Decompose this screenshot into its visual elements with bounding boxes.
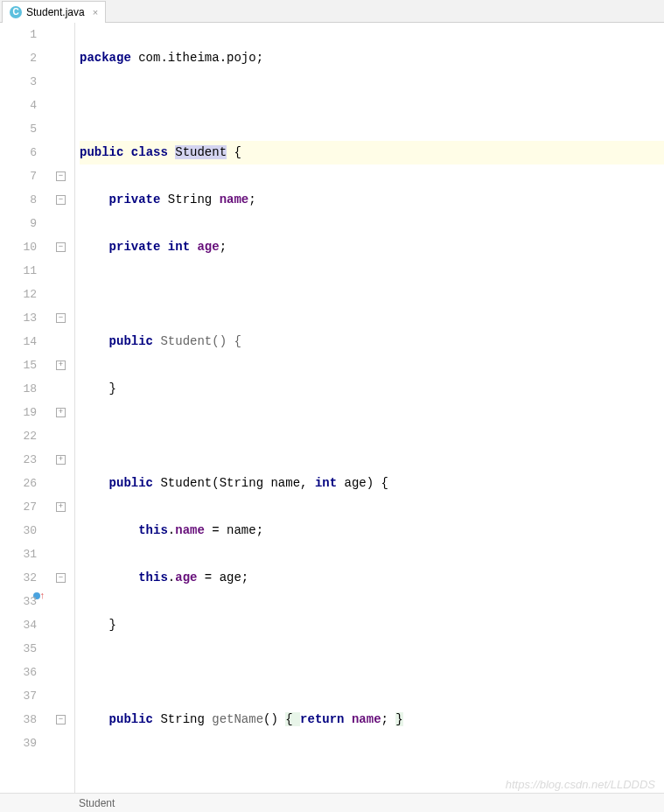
tab-bar: C Student.java × [0,0,664,23]
fold-toggle-icon[interactable]: + [56,455,66,465]
tab-filename: Student.java [26,6,85,18]
fold-toggle-icon[interactable]: − [56,715,66,724]
fold-toggle-icon[interactable]: − [56,313,66,323]
editor-area: 1 2 3 4 5 6 7 8 9 10 11 12 13 14 15 18 1… [0,23,664,793]
line-number-gutter: 1 2 3 4 5 6 7 8 9 10 11 12 13 14 15 18 1… [0,23,52,793]
fold-toggle-icon[interactable]: − [56,573,66,583]
fold-toggle-icon[interactable]: − [56,172,66,181]
java-class-icon: C [10,6,22,18]
breadcrumb-class[interactable]: Student [79,797,115,809]
fold-toggle-icon[interactable]: − [56,195,66,205]
code-editor[interactable]: package com.itheima.pojo; public class S… [75,23,664,793]
fold-toggle-icon[interactable]: + [56,502,66,512]
fold-toggle-icon[interactable]: + [56,360,66,370]
fold-toggle-icon[interactable]: − [56,242,66,252]
highlighted-line: public class Student { [80,141,664,164]
fold-column: − − − − + + + + − − [52,23,75,793]
watermark-text: https://blog.csdn.net/LLDDDS [506,778,655,791]
close-icon[interactable]: × [93,7,98,18]
breadcrumb-bar[interactable]: Student [0,793,664,812]
editor-tab[interactable]: C Student.java × [2,1,106,23]
fold-toggle-icon[interactable]: + [56,408,66,417]
